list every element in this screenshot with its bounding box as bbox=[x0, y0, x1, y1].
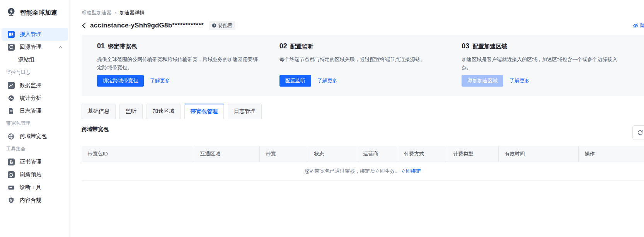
certificate-icon bbox=[8, 159, 15, 165]
sidebar-section-tools: 工具集合 bbox=[0, 143, 70, 155]
eye-off-icon bbox=[633, 23, 639, 29]
sidebar-item-diagnose-tools[interactable]: 诊断工具 bbox=[2, 181, 68, 194]
learn-more-link[interactable]: 了解更多 bbox=[509, 77, 530, 84]
breadcrumb: 标准型加速器 › 加速器详情 bbox=[70, 0, 644, 16]
sidebar-item-label: 统计分析 bbox=[20, 95, 41, 102]
bandwidth-package-table: 带宽包ID 互通区域 带宽 状态 运营商 付费方式 计费类型 有效时间 操作 您… bbox=[82, 146, 644, 181]
detail-tabs: 基础信息 监听 加速区域 带宽包管理 日志管理 bbox=[82, 104, 644, 119]
step-title: 配置加速区域 bbox=[472, 43, 507, 50]
add-acceleration-region-button[interactable]: 添加加速区域 bbox=[462, 75, 503, 87]
sidebar-subitem-label: 源站组 bbox=[18, 56, 34, 63]
sidebar-nav: 接入管理 回源管理 源站组 监控与日志 数据监控 bbox=[0, 28, 70, 206]
breadcrumb-item-accelerator-list[interactable]: 标准型加速器 bbox=[82, 9, 112, 16]
step-number: 01 bbox=[97, 42, 105, 50]
hide-guide-label: 隐藏 bbox=[640, 22, 644, 29]
sidebar-item-log-management[interactable]: 日志管理 bbox=[2, 104, 68, 117]
global-acceleration-logo-icon bbox=[6, 7, 16, 19]
tab-log-management[interactable]: 日志管理 bbox=[228, 104, 262, 119]
sidebar-item-origin-management[interactable]: 回源管理 bbox=[2, 41, 68, 53]
table-header-row: 带宽包ID 互通区域 带宽 状态 运营商 付费方式 计费类型 有效时间 操作 bbox=[82, 146, 644, 162]
origin-pull-icon bbox=[8, 44, 15, 51]
learn-more-link[interactable]: 了解更多 bbox=[317, 77, 337, 84]
sidebar: 智能全球加速 接入管理 回源管理 源站组 监控与日志 bbox=[0, 0, 70, 237]
step-bind-bandwidth-package: 01 绑定带宽包 提供全球范围的公网传输带宽和跨域传输带宽，跨域业务的加速器需要… bbox=[97, 42, 279, 96]
sidebar-item-access-management[interactable]: 接入管理 bbox=[2, 28, 68, 41]
status-badge-label: 待配置 bbox=[218, 22, 232, 29]
chevron-up-icon[interactable] bbox=[58, 45, 63, 49]
bind-cross-region-bwp-button[interactable]: 绑定跨域带宽包 bbox=[97, 75, 144, 87]
sidebar-item-refresh-preheat[interactable]: 刷新预热 bbox=[2, 168, 68, 181]
clock-icon bbox=[212, 23, 216, 28]
tab-basic-info[interactable]: 基础信息 bbox=[82, 104, 116, 119]
sidebar-item-label: 诊断工具 bbox=[20, 184, 41, 191]
step-configure-acceleration-region: 03 配置加速区域 加速区域是客户端就近接入的区域，加速区域包含一个或多个边缘接… bbox=[462, 42, 644, 96]
empty-state-text: 您的带宽包已通过审核，绑定后立即生效。 bbox=[305, 168, 400, 174]
step-description: 每个终端节点都与特定的区域关联，通过配置终端节点连接源站。 bbox=[279, 55, 441, 63]
compliance-icon bbox=[8, 197, 15, 204]
refresh-table-button[interactable] bbox=[632, 125, 644, 140]
tab-acceleration-region[interactable]: 加速区域 bbox=[147, 104, 181, 119]
bind-now-link[interactable]: 立即绑定 bbox=[401, 168, 421, 174]
col-actions: 操作 bbox=[578, 146, 644, 162]
table-empty-row: 您的带宽包已通过审核，绑定后立即生效。立即绑定 bbox=[82, 162, 644, 181]
sidebar-item-origin-group[interactable]: 源站组 bbox=[0, 53, 70, 66]
col-carrier: 运营商 bbox=[357, 146, 398, 162]
refresh-icon bbox=[637, 130, 643, 136]
col-interconnect-region: 互通区域 bbox=[194, 146, 259, 162]
sidebar-item-label: 日志管理 bbox=[20, 107, 41, 114]
step-description: 提供全球范围的公网传输带宽和跨域传输带宽，跨域业务的加速器需要绑定跨域带宽包。 bbox=[97, 55, 258, 72]
app-logo: 智能全球加速 bbox=[0, 0, 70, 19]
col-billing-type: 计费类型 bbox=[447, 146, 498, 162]
main-content: 标准型加速器 › 加速器详情 accinstance-yShh9gdG8b***… bbox=[70, 0, 644, 237]
step-description: 加速区域是客户端就近接入的区域，加速区域包含一个或多个边缘接入点。 bbox=[462, 55, 623, 72]
sidebar-item-certificate-management[interactable]: 证书管理 bbox=[2, 155, 68, 168]
step-title: 配置监听 bbox=[290, 43, 313, 50]
hide-guide-toggle[interactable]: 隐藏 bbox=[633, 22, 644, 29]
breadcrumb-item-current: 加速器详情 bbox=[119, 9, 145, 16]
setup-steps-panel: 01 绑定带宽包 提供全球范围的公网传输带宽和跨域传输带宽，跨域业务的加速器需要… bbox=[82, 35, 644, 96]
refresh-preheat-icon bbox=[8, 171, 15, 178]
sidebar-section-monitor-log: 监控与日志 bbox=[0, 66, 70, 79]
configure-listener-button[interactable]: 配置监听 bbox=[279, 75, 311, 87]
sidebar-item-cross-region-bandwidth[interactable]: 跨域带宽包 bbox=[2, 130, 68, 143]
page-header: accinstance-yShh9gdG8b************ 待配置 bbox=[82, 20, 644, 31]
sidebar-item-stats-analysis[interactable]: 统计分析 bbox=[2, 92, 68, 104]
back-icon[interactable] bbox=[82, 23, 90, 29]
sidebar-item-label: 证书管理 bbox=[20, 159, 41, 165]
sidebar-section-bandwidth-management: 带宽包管理 bbox=[0, 117, 70, 130]
stats-analysis-icon bbox=[8, 95, 15, 102]
step-title: 绑定带宽包 bbox=[108, 43, 137, 50]
sidebar-item-label: 接入管理 bbox=[20, 31, 41, 38]
col-payment-method: 付费方式 bbox=[398, 146, 447, 162]
tab-bandwidth-package[interactable]: 带宽包管理 bbox=[184, 104, 224, 119]
sidebar-item-label: 跨域带宽包 bbox=[20, 133, 47, 140]
status-badge: 待配置 bbox=[209, 21, 235, 30]
sidebar-item-label: 回源管理 bbox=[20, 44, 41, 51]
col-bandwidth: 带宽 bbox=[259, 146, 308, 162]
sidebar-item-data-monitor[interactable]: 数据监控 bbox=[2, 79, 68, 92]
app-title: 智能全球加速 bbox=[20, 9, 57, 17]
log-manage-icon bbox=[8, 107, 15, 114]
breadcrumb-separator-icon: › bbox=[115, 10, 116, 16]
globe-icon bbox=[8, 133, 15, 140]
cross-region-bwp-section-title: 跨域带宽包 bbox=[82, 126, 644, 133]
step-number: 03 bbox=[462, 42, 469, 50]
data-monitor-icon bbox=[8, 82, 15, 89]
access-icon bbox=[8, 31, 15, 38]
sidebar-item-content-compliance[interactable]: 内容合规 bbox=[2, 194, 68, 206]
diagnose-icon bbox=[8, 184, 15, 191]
tab-listener[interactable]: 监听 bbox=[119, 104, 143, 119]
step-number: 02 bbox=[279, 42, 287, 50]
col-valid-time: 有效时间 bbox=[498, 146, 578, 162]
sidebar-item-label: 刷新预热 bbox=[20, 171, 41, 178]
step-configure-listener: 02 配置监听 每个终端节点都与特定的区域关联，通过配置终端节点连接源站。 配置… bbox=[279, 42, 462, 96]
page-title: accinstance-yShh9gdG8b************ bbox=[90, 22, 204, 29]
sidebar-item-label: 内容合规 bbox=[20, 197, 41, 204]
col-status: 状态 bbox=[308, 146, 357, 162]
sidebar-item-label: 数据监控 bbox=[20, 82, 41, 89]
col-bandwidth-package-id: 带宽包ID bbox=[82, 146, 194, 162]
learn-more-link[interactable]: 了解更多 bbox=[150, 77, 170, 84]
